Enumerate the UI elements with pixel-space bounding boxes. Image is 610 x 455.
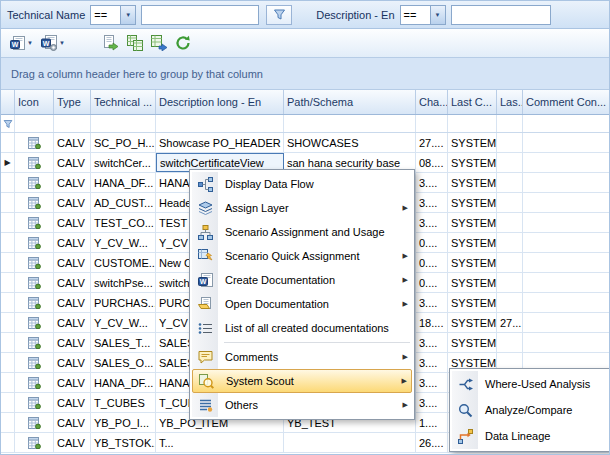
cell-technical[interactable]: switchPse... [91, 273, 156, 292]
cell-type[interactable]: CALV [54, 153, 91, 172]
cell-last_changed_by[interactable]: SYSTEM [448, 173, 497, 192]
copy-grid-button[interactable] [123, 31, 147, 55]
export-document-button[interactable] [99, 31, 123, 55]
cell-type[interactable]: CALV [54, 213, 91, 232]
cell-cha[interactable]: 3.... [416, 353, 448, 372]
cell-las[interactable] [497, 293, 523, 312]
cell-cha[interactable]: 08.... [416, 153, 448, 172]
cell-technical[interactable]: SC_PO_H... [91, 133, 156, 152]
chevron-down-icon[interactable]: ▼ [27, 40, 33, 46]
cell-type[interactable]: CALV [54, 233, 91, 252]
menu-item-create-documentation[interactable]: WCreate Documentation▶ [192, 268, 412, 292]
cell-type[interactable]: CALV [54, 193, 91, 212]
cell-type[interactable]: CALV [54, 433, 91, 452]
cell-type[interactable]: CALV [54, 413, 91, 432]
chevron-down-icon[interactable]: ▼ [59, 40, 65, 46]
cell-last_changed_by[interactable]: SYSTEM [448, 253, 497, 272]
menu-item-system-scout[interactable]: System Scout▶ [192, 369, 412, 393]
column-header-last-c[interactable]: Last C... [448, 90, 497, 114]
cell-last_changed_by[interactable]: SYSTEM [448, 233, 497, 252]
cell-comment[interactable] [523, 213, 609, 232]
cell-last_changed_by[interactable]: SYSTEM [448, 153, 497, 172]
submenu-item-analyze-compare[interactable]: Analyze/Compare [452, 397, 607, 423]
cell-comment[interactable] [523, 233, 609, 252]
cell-comment[interactable] [523, 133, 609, 152]
export-grid-button[interactable] [147, 31, 171, 55]
cell-type[interactable]: CALV [54, 273, 91, 292]
column-header-cha[interactable]: Cha... [416, 90, 448, 114]
menu-item-scenario-assignment-and-usage[interactable]: Scenario Assignment and Usage [192, 220, 412, 244]
menu-item-display-data-flow[interactable]: Display Data Flow [192, 172, 412, 196]
description-filter-input[interactable] [451, 5, 551, 25]
cell-comment[interactable] [523, 153, 609, 172]
cell-technical[interactable]: SALES_T... [91, 333, 156, 352]
filter-cell-description-long-en[interactable] [156, 115, 284, 132]
cell-cha[interactable]: 3.... [416, 293, 448, 312]
cell-las[interactable] [497, 273, 523, 292]
cell-comment[interactable] [523, 293, 609, 312]
cell-type[interactable]: CALV [54, 133, 91, 152]
cell-las[interactable] [497, 173, 523, 192]
refresh-button[interactable] [171, 31, 195, 55]
cell-las[interactable] [497, 253, 523, 272]
menu-item-assign-layer[interactable]: Assign Layer▶ [192, 196, 412, 220]
cell-cha[interactable]: 3.... [416, 373, 448, 392]
create-documentation-button[interactable]: W▼ [6, 31, 37, 55]
filter-cell-type[interactable] [54, 115, 91, 132]
submenu-item-data-lineage[interactable]: Data Lineage [452, 423, 607, 449]
cell-las[interactable]: 27.... [497, 313, 523, 332]
chevron-down-icon[interactable]: ▼ [120, 6, 135, 24]
filter-cell-cha[interactable] [416, 115, 448, 132]
cell-description[interactable]: T... [156, 433, 284, 452]
cell-last_changed_by[interactable]: SYSTEM [448, 333, 497, 352]
cell-las[interactable] [497, 213, 523, 232]
cell-path[interactable] [284, 433, 416, 452]
cell-last_changed_by[interactable]: SYSTEM [448, 273, 497, 292]
cell-last_changed_by[interactable]: SYSTEM [448, 313, 497, 332]
menu-item-others[interactable]: Others▶ [192, 393, 412, 417]
cell-type[interactable]: CALV [54, 173, 91, 192]
cell-path[interactable]: SHOWCASES [284, 133, 416, 152]
cell-last_changed_by[interactable]: SYSTEM [448, 213, 497, 232]
cell-cha[interactable]: 0.... [416, 233, 448, 252]
cell-technical[interactable]: AD_CUST... [91, 193, 156, 212]
cell-technical[interactable]: Y_CV_W... [91, 313, 156, 332]
technical-name-filter-input[interactable] [141, 5, 259, 25]
cell-las[interactable] [497, 153, 523, 172]
cell-technical[interactable]: YB_TSTOK... [91, 433, 156, 452]
cell-type[interactable]: CALV [54, 293, 91, 312]
column-header-icon[interactable]: Icon [15, 90, 54, 114]
cell-last_changed_by[interactable]: SYSTEM [448, 293, 497, 312]
cell-type[interactable]: CALV [54, 353, 91, 372]
cell-technical[interactable]: YB_PO_I... [91, 413, 156, 432]
cell-last_changed_by[interactable]: SYSTEM [448, 133, 497, 152]
menu-item-list-of-all-created-documentations[interactable]: List of all created documentations [192, 316, 412, 340]
cell-las[interactable] [497, 333, 523, 352]
column-header-technical[interactable]: Technical ... [91, 90, 156, 114]
cell-technical[interactable]: TEST_CO... [91, 213, 156, 232]
menu-item-open-documentation[interactable]: Open Documentation▶ [192, 292, 412, 316]
cell-cha[interactable]: 18.... [416, 313, 448, 332]
cell-las[interactable] [497, 133, 523, 152]
submenu-item-where-used-analysis[interactable]: Where-Used Analysis [452, 371, 607, 397]
cell-las[interactable] [497, 193, 523, 212]
column-header-las[interactable]: Las... [497, 90, 523, 114]
documentation-template-button[interactable]: W▼ [37, 31, 69, 55]
menu-item-comments[interactable]: Comments▶ [192, 345, 412, 369]
cell-type[interactable]: CALV [54, 253, 91, 272]
cell-cha[interactable]: 3.... [416, 213, 448, 232]
column-header-description-long-en[interactable]: Description long - En [156, 90, 284, 114]
cell-cha[interactable]: 0.... [416, 253, 448, 272]
menu-item-scenario-quick-assignment[interactable]: Scenario Quick Assignment▶ [192, 244, 412, 268]
cell-technical[interactable]: switchCer... [91, 153, 156, 172]
filter-cell-icon[interactable] [15, 115, 54, 132]
cell-technical[interactable]: CUSTOME... [91, 253, 156, 272]
cell-cha[interactable]: 1.... [416, 413, 448, 432]
cell-comment[interactable] [523, 253, 609, 272]
cell-comment[interactable] [523, 313, 609, 332]
cell-cha[interactable]: 3.... [416, 173, 448, 192]
cell-technical[interactable]: HANA_DF... [91, 373, 156, 392]
cell-comment[interactable] [523, 273, 609, 292]
description-operator-combo[interactable]: == ▼ [400, 5, 446, 25]
filter-cell-path-schema[interactable] [284, 115, 416, 132]
